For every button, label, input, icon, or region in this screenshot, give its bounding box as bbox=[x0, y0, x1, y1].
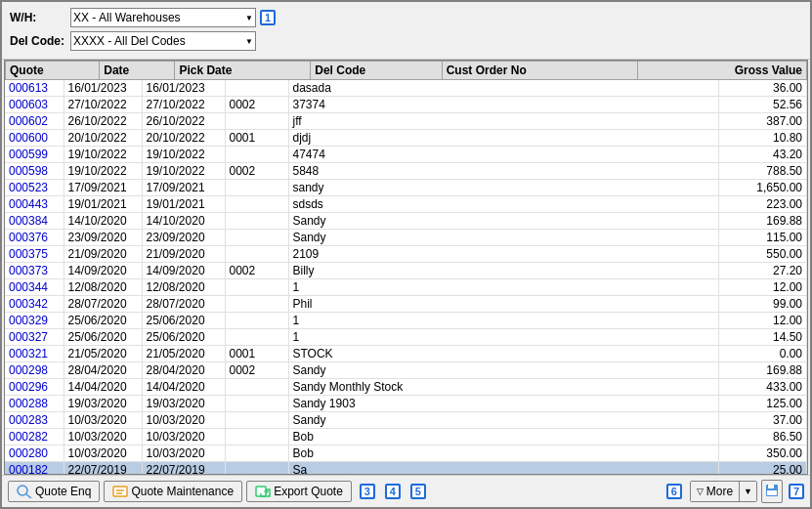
table-row[interactable]: 00038414/10/202014/10/2020Sandy169.88 bbox=[5, 213, 807, 230]
table-row[interactable]: 00032121/05/202021/05/20200001STOCK0.00 bbox=[5, 346, 807, 362]
table-cell: 350.00 bbox=[719, 445, 807, 462]
table-cell: 0.00 bbox=[719, 346, 807, 362]
quote-link[interactable]: 000602 bbox=[5, 113, 64, 130]
quote-link[interactable]: 000296 bbox=[5, 379, 64, 396]
quote-enq-button[interactable]: Quote Enq bbox=[8, 481, 100, 502]
quote-link[interactable]: 000298 bbox=[5, 362, 64, 379]
table-row[interactable]: 00052317/09/202117/09/2021sandy1,650.00 bbox=[5, 180, 807, 196]
table-cell: 52.56 bbox=[719, 97, 807, 113]
quote-link[interactable]: 000282 bbox=[5, 429, 64, 445]
table-cell bbox=[225, 429, 288, 445]
table-row[interactable]: 00028210/03/202010/03/2020Bob86.50 bbox=[5, 429, 807, 445]
badge-7: 7 bbox=[789, 484, 804, 499]
table-row[interactable]: 00028310/03/202010/03/2020Sandy37.00 bbox=[5, 412, 807, 429]
quote-link[interactable]: 000373 bbox=[5, 263, 64, 279]
quote-link[interactable]: 000327 bbox=[5, 329, 64, 346]
table-row[interactable]: 00034228/07/202028/07/2020Phil99.00 bbox=[5, 296, 807, 313]
table-cell bbox=[225, 313, 288, 329]
more-dropdown-button[interactable]: ▼ bbox=[740, 482, 756, 501]
quote-link[interactable]: 000598 bbox=[5, 163, 64, 180]
quote-link[interactable]: 000384 bbox=[5, 213, 64, 230]
table-cell: sandy bbox=[288, 180, 719, 196]
table-cell: 115.00 bbox=[719, 230, 807, 246]
table-cell bbox=[225, 147, 288, 163]
table-header-row: Quote Date Pick Date Del Code Cust Order… bbox=[6, 62, 807, 80]
table-row[interactable]: 00037521/09/202021/09/20202109550.00 bbox=[5, 246, 807, 263]
quote-link[interactable]: 000523 bbox=[5, 180, 64, 196]
table-row[interactable]: 00060020/10/202220/10/20220001djdj10.80 bbox=[5, 130, 807, 147]
quote-link[interactable]: 000280 bbox=[5, 445, 64, 462]
table-row[interactable]: 00029828/04/202028/04/20200002Sandy169.8… bbox=[5, 362, 807, 379]
table-cell: 0002 bbox=[225, 97, 288, 113]
table-row[interactable]: 00060226/10/202226/10/2022jff387.00 bbox=[5, 113, 807, 130]
more-button[interactable]: ▽ More bbox=[691, 482, 740, 501]
filter-area: W/H: XX - All Warehouses 1 Del Code: XXX… bbox=[2, 2, 810, 60]
quote-link[interactable]: 000599 bbox=[5, 147, 64, 163]
quote-link[interactable]: 000613 bbox=[5, 80, 64, 97]
table-row[interactable]: 00060327/10/202227/10/202200023737452.56 bbox=[5, 97, 807, 113]
table-cell: 14/04/2020 bbox=[142, 379, 225, 396]
table-cell: 27/10/2022 bbox=[64, 97, 142, 113]
table-row[interactable]: 00037623/09/202023/09/2020Sandy115.00 bbox=[5, 230, 807, 246]
quote-link[interactable]: 000288 bbox=[5, 396, 64, 412]
table-cell: 23/09/2020 bbox=[142, 230, 225, 246]
table-row[interactable]: 00028819/03/202019/03/2020Sandy 1903125.… bbox=[5, 396, 807, 412]
quote-link[interactable]: 000182 bbox=[5, 462, 64, 475]
table-row[interactable]: 00044319/01/202119/01/2021sdsds223.00 bbox=[5, 196, 807, 213]
quote-link[interactable]: 000342 bbox=[5, 296, 64, 313]
table-cell: 16/01/2023 bbox=[142, 80, 225, 97]
quote-link[interactable]: 000344 bbox=[5, 279, 64, 296]
badge-1: 1 bbox=[260, 10, 276, 25]
wh-select[interactable]: XX - All Warehouses bbox=[70, 8, 256, 27]
badge-6: 6 bbox=[666, 484, 682, 499]
wh-label: W/H: bbox=[10, 11, 70, 24]
table-row[interactable]: 00034412/08/202012/08/2020112.00 bbox=[5, 279, 807, 296]
table-scroll-area[interactable]: 00061316/01/202316/01/2023dasada36.00000… bbox=[5, 80, 807, 474]
save-button[interactable] bbox=[761, 480, 783, 503]
table-cell bbox=[225, 462, 288, 475]
quote-link[interactable]: 000603 bbox=[5, 97, 64, 113]
quote-maintenance-button[interactable]: Quote Maintenance bbox=[104, 481, 242, 502]
table-row[interactable]: 00032925/06/202025/06/2020112.00 bbox=[5, 313, 807, 329]
table-cell: 23/09/2020 bbox=[64, 230, 142, 246]
quote-link[interactable]: 000321 bbox=[5, 346, 64, 362]
quote-link[interactable]: 000329 bbox=[5, 313, 64, 329]
quote-link[interactable]: 000443 bbox=[5, 196, 64, 213]
table-row[interactable]: 00059819/10/202219/10/202200025848788.50 bbox=[5, 163, 807, 180]
table-cell bbox=[225, 296, 288, 313]
table-row[interactable]: 00029614/04/202014/04/2020Sandy Monthly … bbox=[5, 379, 807, 396]
table-row[interactable]: 00018222/07/201922/07/2019Sa25.00 bbox=[5, 462, 807, 475]
quote-enq-icon bbox=[17, 485, 32, 498]
table-cell: 10/03/2020 bbox=[64, 445, 142, 462]
table-cell: 14/04/2020 bbox=[64, 379, 142, 396]
more-label: More bbox=[706, 485, 733, 498]
export-quote-label: Export Quote bbox=[274, 485, 343, 498]
quote-link[interactable]: 000283 bbox=[5, 412, 64, 429]
svg-rect-7 bbox=[768, 485, 774, 488]
table-row[interactable]: 00061316/01/202316/01/2023dasada36.00 bbox=[5, 80, 807, 97]
table-cell: Bob bbox=[288, 429, 719, 445]
table-cell: 125.00 bbox=[719, 396, 807, 412]
table-row[interactable]: 00032725/06/202025/06/2020114.50 bbox=[5, 329, 807, 346]
table-cell: 19/10/2022 bbox=[64, 147, 142, 163]
del-select[interactable]: XXXX - All Del Codes bbox=[70, 31, 256, 51]
col-cust-order: Cust Order No bbox=[442, 62, 638, 80]
table-cell: 99.00 bbox=[719, 296, 807, 313]
table-row[interactable]: 00059919/10/202219/10/20224747443.20 bbox=[5, 147, 807, 163]
table-cell bbox=[225, 230, 288, 246]
table-cell: 27.20 bbox=[719, 263, 807, 279]
wh-select-wrapper[interactable]: XX - All Warehouses bbox=[70, 8, 256, 27]
quote-link[interactable]: 000600 bbox=[5, 130, 64, 147]
export-quote-button[interactable]: Export Quote bbox=[246, 481, 352, 502]
svg-point-0 bbox=[18, 486, 27, 495]
del-label: Del Code: bbox=[10, 34, 70, 48]
del-select-wrapper[interactable]: XXXX - All Del Codes bbox=[70, 31, 256, 51]
table-cell bbox=[225, 213, 288, 230]
table-row[interactable]: 00028010/03/202010/03/2020Bob350.00 bbox=[5, 445, 807, 462]
table-cell: Billy bbox=[288, 263, 719, 279]
quote-link[interactable]: 000376 bbox=[5, 230, 64, 246]
col-quote: Quote bbox=[6, 62, 100, 80]
table-row[interactable]: 00037314/09/202014/09/20200002Billy27.20 bbox=[5, 263, 807, 279]
table-cell: 26/10/2022 bbox=[64, 113, 142, 130]
quote-link[interactable]: 000375 bbox=[5, 246, 64, 263]
